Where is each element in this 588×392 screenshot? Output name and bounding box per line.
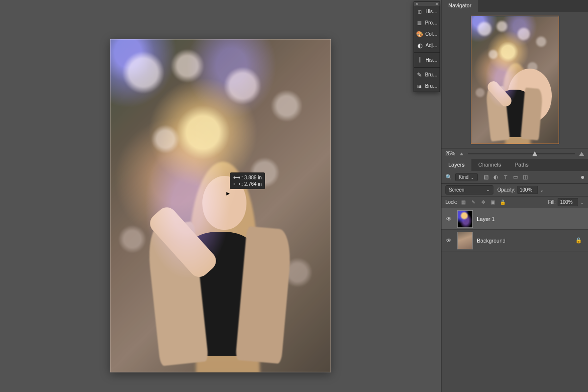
document-canvas[interactable]: ⟷ :3.889 in ⟷ :2.764 in ▸ [110,39,331,372]
panel-shortcut-properties[interactable]: ≣Pro… [414,17,440,28]
panel-shortcut-brushes[interactable]: ✎Bru… [414,69,440,80]
layer-filter-icons: ▧ ◐ T ▭ ◫ [483,174,529,181]
adjust-icon: ◐ [416,42,424,49]
chevron-down-icon[interactable]: ⌄ [580,200,584,205]
visibility-toggle-icon[interactable]: 👁 [444,237,453,244]
layer-thumbnail[interactable] [457,210,473,228]
layer-filter-kind-select[interactable]: Kind⌄ [455,173,478,181]
lock-icon: 🔒 [575,237,582,244]
light-flare-overlay [110,39,331,372]
lock-artboard-icon[interactable]: ▣ [490,199,496,205]
panel-shortcut-histogram[interactable]: 〡His… [414,54,440,66]
tab-channels[interactable]: Channels [471,159,508,171]
tab-navigator[interactable]: Navigator [441,0,478,12]
panel-shortcut-color[interactable]: 🎨Col… [414,28,440,40]
lock-all-icon[interactable]: 🔒 [499,199,506,205]
properties-icon: ≣ [416,19,423,27]
canvas-area[interactable]: ⟷ :3.889 in ⟷ :2.764 in ▸ [0,0,441,392]
histogram-icon: 〡 [416,56,424,64]
lock-transparent-icon[interactable]: ▦ [460,199,467,205]
history-icon: ⎅ [416,8,424,16]
expand-icon[interactable]: » [436,1,438,6]
navigator-thumbnail[interactable] [471,16,559,144]
filter-adjust-icon[interactable]: ◐ [492,174,499,181]
close-icon[interactable]: × [416,1,418,6]
opacity-input[interactable] [517,186,538,194]
fill-label: Fill: [548,199,556,205]
layer-name[interactable]: Background [477,238,506,244]
layer-list: 👁 Layer 1 👁 Background 🔒 [441,208,588,392]
filter-shape-icon[interactable]: ▭ [512,174,519,181]
transform-tooltip: ⟷ :3.889 in ⟷ :2.764 in [230,172,265,189]
chevron-down-icon: ⌄ [486,187,490,193]
panel-shortcut-adjustments[interactable]: ◐Adj… [414,40,440,51]
chevron-down-icon: ⌄ [470,175,474,180]
search-icon: 🔍 [445,174,452,180]
filter-toggle[interactable] [581,176,584,179]
right-dock: Navigator 25% Layers Channels Paths 🔍 [441,0,588,392]
layer-thumbnail[interactable] [457,232,473,249]
panel-shortcut-brush-settings[interactable]: ≋Bru… [414,80,440,92]
tab-layers[interactable]: Layers [441,159,471,171]
navigator-zoom-value: 25% [445,151,455,156]
layers-panel: Layers Channels Paths 🔍 Kind⌄ ▧ ◐ T ▭ ◫ … [441,159,588,392]
panel-strip-titlebar[interactable]: × » [414,2,440,6]
lock-brush-icon[interactable]: ✎ [470,199,477,205]
brush-settings-icon: ≋ [416,82,423,90]
panel-shortcut-history[interactable]: ⎅His… [414,6,440,17]
layer-row[interactable]: 👁 Layer 1 [441,208,588,230]
lock-label: Lock: [445,199,457,205]
blend-mode-select[interactable]: Screen⌄ [445,185,493,195]
collapsed-panels-strip[interactable]: × » ⎅His… ≣Pro… 🎨Col… ◐Adj… 〡His… ✎Bru… … [414,1,440,92]
filter-pixel-icon[interactable]: ▧ [483,174,490,181]
layer-row[interactable]: 👁 Background 🔒 [441,230,588,251]
filter-smart-icon[interactable]: ◫ [522,174,529,181]
navigator-zoom-slider[interactable] [468,150,575,157]
zoom-out-icon[interactable] [460,152,464,155]
fill-input[interactable] [558,198,578,206]
tab-paths[interactable]: Paths [508,159,536,171]
visibility-toggle-icon[interactable]: 👁 [444,216,453,222]
opacity-label: Opacity: [497,187,515,193]
filter-type-icon[interactable]: T [502,174,509,181]
lock-move-icon[interactable]: ✥ [480,199,487,205]
navigator-panel: Navigator 25% [441,0,588,159]
palette-icon: 🎨 [416,30,423,38]
cursor-icon: ▸ [226,189,230,197]
zoom-in-icon[interactable] [579,152,584,156]
layer-name[interactable]: Layer 1 [477,216,495,222]
brush-icon: ✎ [416,71,423,79]
chevron-down-icon[interactable]: ⌄ [540,188,544,193]
